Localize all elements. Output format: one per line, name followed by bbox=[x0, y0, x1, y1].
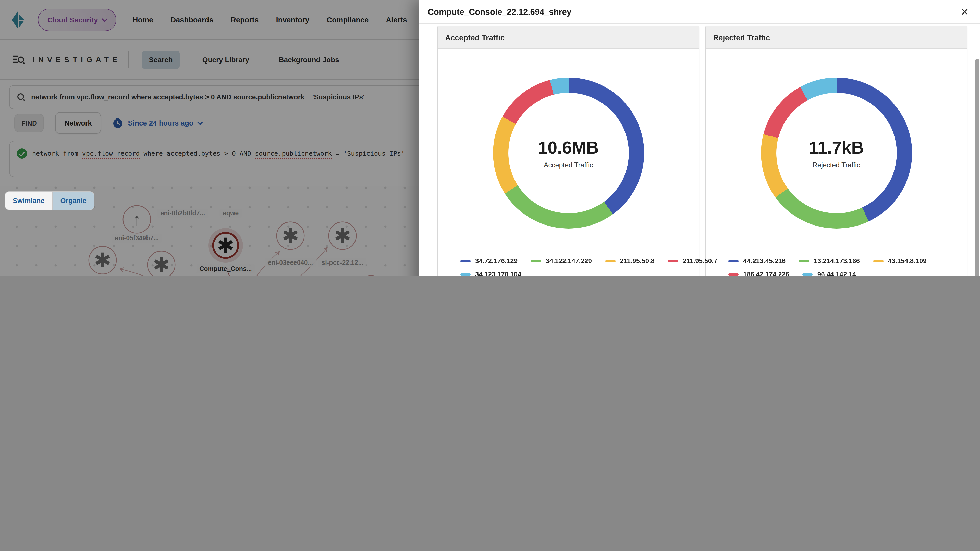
legend-swatch bbox=[605, 260, 615, 262]
card-body: 10.6MBAccepted Traffic34.72.176.12934.12… bbox=[438, 49, 699, 275]
layout-toggle: SwimlaneOrganic bbox=[5, 191, 95, 210]
screen: Cloud Security HomeDashboardsReportsInve… bbox=[0, 0, 980, 275]
donut-caption: Accepted Traffic bbox=[544, 161, 593, 168]
panel-header: Compute_Console_22.12.694_shrey ✕ bbox=[418, 0, 980, 24]
traffic-card: Rejected Traffic11.7kBRejected Traffic44… bbox=[705, 25, 967, 275]
toggle-organic[interactable]: Organic bbox=[52, 192, 94, 210]
legend-label: 186.42.174.226 bbox=[743, 270, 789, 275]
donut-center: 10.6MBAccepted Traffic bbox=[508, 93, 628, 213]
chart-legend: 34.72.176.12934.122.147.229211.95.50.821… bbox=[460, 257, 694, 275]
legend-label: 43.154.8.109 bbox=[888, 257, 927, 265]
legend-row: 186.42.174.22696.44.142.14 bbox=[729, 270, 962, 275]
legend-swatch bbox=[460, 273, 471, 275]
legend-swatch bbox=[531, 260, 541, 262]
detail-panel: Compute_Console_22.12.694_shrey ✕ Accept… bbox=[418, 0, 980, 275]
donut-chart[interactable]: 10.6MBAccepted Traffic bbox=[493, 78, 644, 229]
legend-item[interactable]: 211.95.50.8 bbox=[605, 257, 655, 265]
legend-label: 44.213.45.216 bbox=[743, 257, 786, 265]
legend-swatch bbox=[799, 260, 809, 262]
legend-label: 96.44.142.14 bbox=[818, 270, 856, 275]
legend-item[interactable]: 96.44.142.14 bbox=[803, 270, 856, 275]
close-icon[interactable]: ✕ bbox=[961, 7, 969, 17]
legend-swatch bbox=[460, 260, 471, 262]
legend-label: 13.214.173.166 bbox=[814, 257, 860, 265]
legend-swatch bbox=[729, 260, 738, 262]
donut-chart[interactable]: 11.7kBRejected Traffic bbox=[761, 78, 912, 229]
chart-legend: 44.213.45.21613.214.173.16643.154.8.1091… bbox=[729, 257, 962, 275]
legend-swatch bbox=[729, 273, 738, 275]
legend-item[interactable]: 34.123.170.104 bbox=[460, 270, 522, 275]
legend-label: 211.95.50.8 bbox=[620, 257, 655, 265]
donut-caption: Rejected Traffic bbox=[812, 161, 860, 168]
legend-item[interactable]: 34.72.176.129 bbox=[460, 257, 517, 265]
legend-item[interactable]: 34.122.147.229 bbox=[531, 257, 592, 265]
toggle-swimlane[interactable]: Swimlane bbox=[5, 192, 52, 210]
legend-label: 34.72.176.129 bbox=[475, 257, 517, 265]
panel-body: Accepted Traffic10.6MBAccepted Traffic34… bbox=[418, 24, 980, 275]
legend-item[interactable]: 186.42.174.226 bbox=[729, 270, 789, 275]
panel-title: Compute_Console_22.12.694_shrey bbox=[428, 7, 571, 17]
legend-label: 34.123.170.104 bbox=[475, 270, 522, 275]
legend-row: 34.123.170.104 bbox=[460, 270, 694, 275]
donut-total: 10.6MB bbox=[538, 138, 599, 157]
traffic-cards: Accepted Traffic10.6MBAccepted Traffic34… bbox=[438, 25, 980, 275]
legend-item[interactable]: 13.214.173.166 bbox=[799, 257, 860, 265]
card-title: Rejected Traffic bbox=[706, 26, 967, 49]
card-body: 11.7kBRejected Traffic44.213.45.21613.21… bbox=[706, 49, 967, 275]
donut-center: 11.7kBRejected Traffic bbox=[776, 93, 897, 213]
donut-total: 11.7kB bbox=[809, 138, 864, 157]
legend-swatch bbox=[873, 260, 883, 262]
legend-label: 34.122.147.229 bbox=[546, 257, 592, 265]
traffic-card: Accepted Traffic10.6MBAccepted Traffic34… bbox=[438, 25, 699, 275]
card-title: Accepted Traffic bbox=[438, 26, 699, 49]
legend-row: 34.72.176.12934.122.147.229211.95.50.821… bbox=[460, 257, 694, 265]
legend-item[interactable]: 44.213.45.216 bbox=[729, 257, 786, 265]
scrollbar[interactable] bbox=[975, 59, 979, 275]
legend-swatch bbox=[803, 273, 813, 275]
legend-item[interactable]: 43.154.8.109 bbox=[873, 257, 927, 265]
legend-row: 44.213.45.21613.214.173.16643.154.8.109 bbox=[729, 257, 962, 265]
legend-swatch bbox=[668, 260, 678, 262]
